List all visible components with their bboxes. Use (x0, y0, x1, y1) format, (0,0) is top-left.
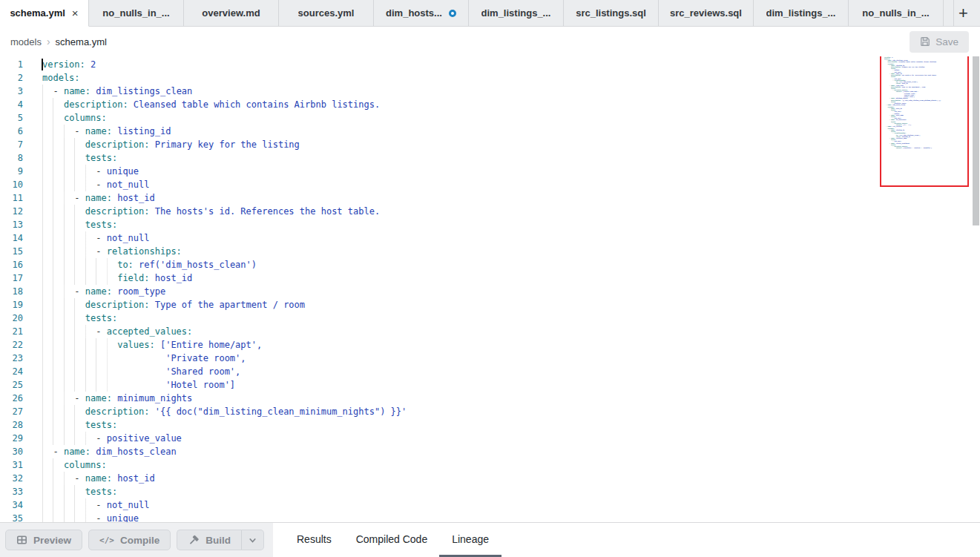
line-number: 8 (0, 151, 23, 165)
line-number: 30 (0, 445, 23, 458)
tab-label: Compiled Code (356, 533, 428, 545)
line-number: 3 (0, 85, 23, 98)
code-pane: 1version: 22models:3 - name: dim_listing… (0, 58, 980, 522)
file-tab-sources-yml[interactable]: sources.yml (279, 0, 374, 26)
code-icon: </> (99, 535, 114, 545)
file-tab-label: dim_listings_... (766, 7, 836, 19)
close-icon[interactable]: × (72, 7, 79, 19)
save-icon (920, 36, 930, 47)
code-line: 22 values: ['Entire home/apt', (0, 338, 980, 352)
code-line: 10 - not_null (0, 178, 980, 191)
code-line: 6 - name: listing_id (0, 125, 980, 138)
code-line: 17 field: host_id (0, 271, 980, 285)
code-line: 9 - unique (0, 165, 980, 178)
minimap-highlight-box[interactable]: version: 2models: - name: dim_listings_c… (880, 56, 969, 187)
code-line: 21 - accepted_values: (0, 325, 980, 338)
code-line: 19 description: Type of the apartment / … (0, 298, 980, 312)
code-line: 32 - name: host_id (0, 472, 980, 485)
code-line: 1version: 2 (0, 58, 980, 71)
code-line: 16 to: ref('dim_hosts_clean') (0, 258, 980, 271)
code-line: 20 tests: (0, 312, 980, 325)
file-tab-src-listings-sql[interactable]: src_listings.sql (564, 0, 659, 26)
code-line: 27 description: '{{ doc("dim_listing_cle… (0, 405, 980, 418)
file-tab-dim-listings[interactable]: dim_listings_... (754, 0, 849, 26)
breadcrumb-file: schema.yml (56, 36, 107, 47)
code-line: 14 - not_null (0, 231, 980, 245)
code-line: 28 tests: (0, 418, 980, 432)
file-tab-bar: schema.yml×no_nulls_in_...overview.mdsou… (0, 0, 980, 27)
line-number: 25 (0, 378, 23, 392)
line-number: 26 (0, 392, 23, 405)
line-number: 33 (0, 485, 23, 498)
line-number: 22 (0, 338, 23, 352)
vertical-scrollbar[interactable] (973, 56, 979, 225)
line-number: 13 (0, 218, 23, 231)
code-line: 12 description: The hosts's id. Referenc… (0, 205, 980, 218)
action-buttons-panel: Preview</>CompileBuild (0, 523, 273, 557)
line-number: 27 (0, 405, 23, 418)
file-tab-label: sources.yml (298, 7, 355, 19)
ide-window: schema.yml×no_nulls_in_...overview.mdsou… (0, 0, 980, 557)
file-tab-label: src_reviews.sql (670, 7, 742, 19)
line-number: 32 (0, 472, 23, 485)
line-number: 24 (0, 365, 23, 378)
button-label: Build (205, 535, 231, 546)
add-tab-icon[interactable]: + (953, 0, 973, 26)
code-line: 25 'Hotel room'] (0, 378, 980, 392)
file-tab-label: schema.yml (10, 7, 65, 19)
code-line: 26 - name: minimum_nights (0, 392, 980, 405)
line-number: 11 (0, 191, 23, 205)
code-line: 7 description: Primary key for the listi… (0, 138, 980, 151)
hammer-icon (188, 535, 200, 546)
file-tab-label: overview.md (202, 7, 260, 19)
code-line: 2models: (0, 71, 980, 85)
file-tab-overview-md[interactable]: overview.md (184, 0, 279, 26)
line-number: 9 (0, 165, 23, 178)
code-line: 29 - positive_value (0, 432, 980, 445)
chevron-down-icon (248, 535, 257, 545)
editor-toolbar: models›schema.yml Save (0, 27, 980, 56)
minimap-line: values: ['positive', 'neutral', 'negativ… (884, 148, 941, 149)
file-tab-no-nulls-in[interactable]: no_nulls_in_... (849, 0, 944, 26)
tab-lineage[interactable]: Lineage (452, 523, 489, 557)
breadcrumb: models›schema.yml (0, 36, 107, 47)
build-split-button: Build (177, 530, 264, 550)
tab-bar-spacer (944, 0, 953, 26)
file-tab-dim-hosts[interactable]: dim_hosts... (374, 0, 469, 26)
compile-button[interactable]: </>Compile (88, 530, 171, 550)
file-tab-schema-yml[interactable]: schema.yml× (0, 0, 89, 27)
line-number: 14 (0, 231, 23, 245)
line-number: 17 (0, 271, 23, 285)
code-line: 5 columns: (0, 111, 980, 125)
code-line: 18 - name: room_type (0, 285, 980, 298)
code-line: 30 - name: dim_hosts_clean (0, 445, 980, 458)
tab-label: Lineage (452, 533, 489, 545)
line-number: 35 (0, 512, 23, 522)
build-button[interactable]: Build (177, 530, 241, 550)
tab-compiled-code[interactable]: Compiled Code (356, 523, 428, 557)
line-number: 16 (0, 258, 23, 271)
save-button[interactable]: Save (910, 31, 969, 53)
table-icon (16, 535, 27, 545)
line-number: 6 (0, 125, 23, 138)
code-line: 34 - not_null (0, 498, 980, 512)
code-line: 13 tests: (0, 218, 980, 231)
file-tab-dim-listings[interactable]: dim_listings_... (469, 0, 564, 26)
line-number: 4 (0, 98, 23, 111)
line-number: 21 (0, 325, 23, 338)
line-number: 34 (0, 498, 23, 512)
file-tab-no-nulls-in[interactable]: no_nulls_in_... (89, 0, 184, 26)
code-line: 4 description: Cleansed table which cont… (0, 98, 980, 111)
tab-results[interactable]: Results (297, 523, 332, 557)
active-tab-underline (439, 555, 501, 557)
file-tab-src-reviews-sql[interactable]: src_reviews.sql (659, 0, 754, 26)
result-tabs-panel: ResultsCompiled CodeLineage (273, 523, 980, 557)
breadcrumb-folder[interactable]: models (10, 36, 42, 47)
file-tab-label: src_listings.sql (576, 7, 646, 19)
code-editor[interactable]: 1version: 22models:3 - name: dim_listing… (0, 56, 980, 522)
preview-button[interactable]: Preview (5, 530, 82, 550)
line-number: 20 (0, 312, 23, 325)
build-options-dropdown[interactable] (241, 530, 264, 550)
line-number: 7 (0, 138, 23, 151)
code-line: 15 - relationships: (0, 245, 980, 258)
